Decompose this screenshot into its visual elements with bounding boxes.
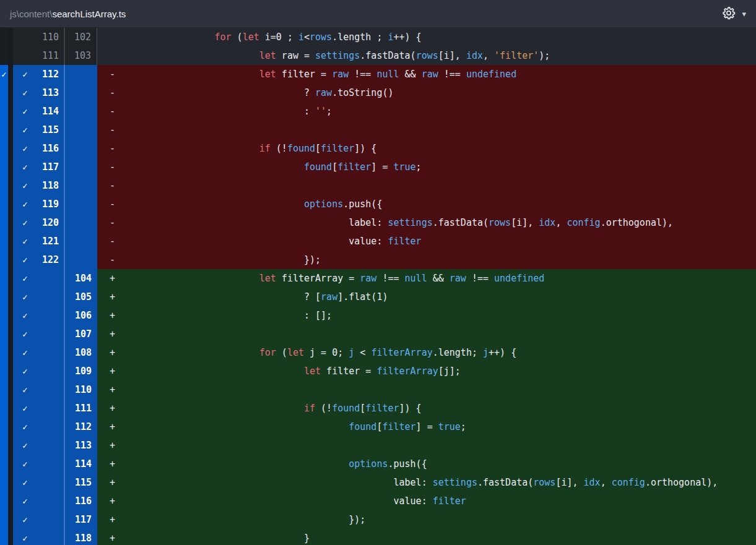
gutter-gap [8, 232, 13, 251]
line-viewed-check[interactable]: ✓ [13, 380, 37, 399]
gutter-gap [8, 121, 13, 139]
settings-gear-button[interactable] [720, 4, 737, 24]
diff-marker: - [97, 102, 125, 121]
line-viewed-check [13, 28, 37, 46]
change-strip [0, 418, 8, 436]
file-name: searchListArray.ts [52, 9, 126, 19]
change-strip [0, 139, 8, 158]
code-line: options.push({ [125, 195, 756, 213]
old-line-number [37, 269, 64, 288]
gutter-gap [8, 325, 13, 343]
line-viewed-check[interactable]: ✓ [13, 492, 37, 510]
old-line-number: 116 [37, 139, 64, 158]
old-line-number [37, 380, 64, 399]
line-viewed-check[interactable]: ✓ [13, 65, 37, 84]
gutter-gap [8, 306, 13, 325]
change-strip [0, 362, 8, 380]
line-viewed-check[interactable]: ✓ [13, 418, 37, 436]
line-viewed-check[interactable]: ✓ [13, 436, 37, 455]
new-line-number: 103 [65, 46, 97, 65]
old-line-number [37, 529, 64, 545]
diff-row: ✓105+ ? [raw].flat(1) [0, 288, 756, 306]
old-line-number: 114 [37, 102, 64, 121]
diff-row: 111103 let raw = settings.fastData(rows[… [0, 46, 756, 65]
old-line-number [37, 343, 64, 362]
line-viewed-check[interactable]: ✓ [13, 288, 37, 306]
line-viewed-check[interactable]: ✓ [13, 121, 37, 139]
diff-marker: + [97, 325, 125, 343]
line-viewed-check[interactable]: ✓ [13, 399, 37, 418]
file-header-bar: js\content\searchListArray.ts ▾ [0, 0, 756, 28]
code-line [125, 380, 756, 399]
line-viewed-check[interactable]: ✓ [13, 362, 37, 380]
gutter-gap [8, 343, 13, 362]
diff-row: ✓115- [0, 121, 756, 139]
new-line-number [65, 232, 97, 251]
gutter-gap [8, 362, 13, 380]
change-strip [0, 195, 8, 213]
diff-row: ✓114+ options.push({ [0, 455, 756, 473]
new-line-number [65, 65, 97, 84]
line-viewed-check[interactable]: ✓ [13, 306, 37, 325]
diff-row: ✓118- [0, 176, 756, 195]
new-line-number [65, 158, 97, 176]
line-viewed-check[interactable]: ✓ [13, 510, 37, 529]
line-viewed-check[interactable]: ✓ [13, 195, 37, 213]
diff-row: ✓119- options.push({ [0, 195, 756, 213]
diff-marker: + [97, 362, 125, 380]
new-line-number: 102 [65, 28, 97, 46]
line-viewed-check[interactable]: ✓ [13, 232, 37, 251]
diff-marker: + [97, 492, 125, 510]
change-strip [0, 28, 8, 46]
file-viewed-check-icon[interactable]: ✓ [0, 65, 8, 84]
change-strip [0, 84, 8, 102]
change-strip [0, 102, 8, 121]
line-viewed-check[interactable]: ✓ [13, 84, 37, 102]
new-line-number: 116 [65, 492, 97, 510]
diff-row: ✓114- : ''; [0, 102, 756, 121]
diff-marker: + [97, 269, 125, 288]
line-viewed-check[interactable]: ✓ [13, 325, 37, 343]
new-line-number [65, 195, 97, 213]
old-line-number [37, 436, 64, 455]
diff-marker: - [97, 195, 125, 213]
code-line: value: filter [125, 232, 756, 251]
old-line-number [37, 362, 64, 380]
line-viewed-check[interactable]: ✓ [13, 455, 37, 473]
gutter-gap [8, 195, 13, 213]
gutter-gap [8, 176, 13, 195]
change-strip [0, 306, 8, 325]
line-viewed-check[interactable]: ✓ [13, 213, 37, 232]
code-line: options.push({ [125, 455, 756, 473]
change-strip [0, 510, 8, 529]
diff-marker: + [97, 436, 125, 455]
change-strip [0, 121, 8, 139]
change-strip [0, 529, 8, 545]
chevron-down-icon[interactable]: ▾ [742, 9, 746, 19]
line-viewed-check[interactable]: ✓ [13, 473, 37, 492]
line-viewed-check[interactable]: ✓ [13, 102, 37, 121]
gutter-gap [8, 65, 13, 84]
line-viewed-check[interactable]: ✓ [13, 251, 37, 269]
code-line [125, 176, 756, 195]
code-line: let raw = settings.fastData(rows[i], idx… [125, 46, 756, 65]
code-line: : ''; [125, 102, 756, 121]
line-viewed-check[interactable]: ✓ [13, 139, 37, 158]
code-line: label: settings.fastData(rows[i], idx, c… [125, 473, 756, 492]
new-line-number: 107 [65, 325, 97, 343]
new-line-number: 114 [65, 455, 97, 473]
line-viewed-check[interactable]: ✓ [13, 158, 37, 176]
code-line: let filterArray = raw !== null && raw !=… [125, 269, 756, 288]
new-line-number: 113 [65, 436, 97, 455]
line-viewed-check[interactable]: ✓ [13, 176, 37, 195]
diff-row: ✓✓112- let filter = raw !== null && raw … [0, 65, 756, 84]
old-line-number [37, 399, 64, 418]
gutter-gap [8, 28, 13, 46]
diff-marker: - [97, 232, 125, 251]
diff-marker: + [97, 288, 125, 306]
diff-row: ✓107+ [0, 325, 756, 343]
line-viewed-check[interactable]: ✓ [13, 269, 37, 288]
line-viewed-check[interactable]: ✓ [13, 529, 37, 545]
code-line: } [125, 529, 756, 545]
line-viewed-check[interactable]: ✓ [13, 343, 37, 362]
